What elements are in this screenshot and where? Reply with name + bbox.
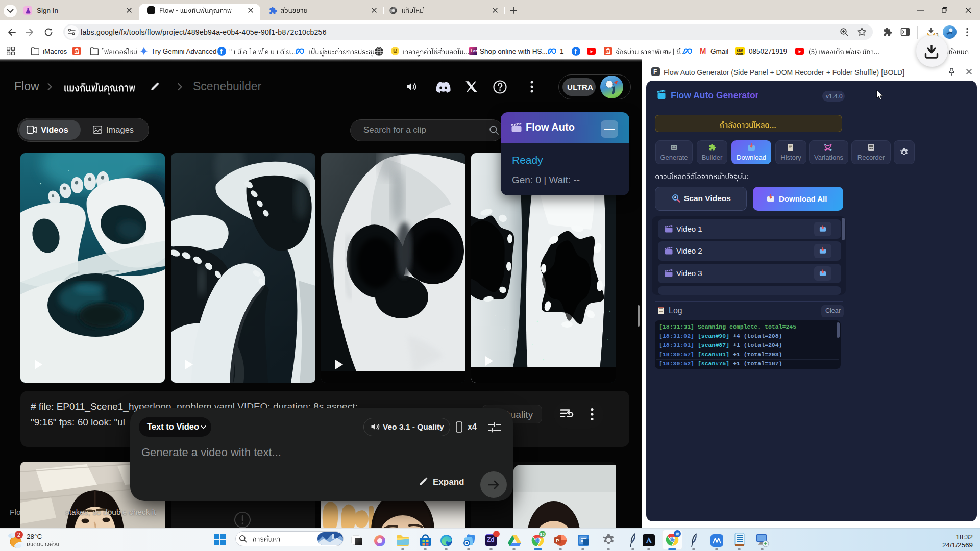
- svg-text:S: S: [607, 50, 609, 53]
- svg-text:S: S: [76, 50, 78, 53]
- svg-text:P: P: [556, 538, 559, 543]
